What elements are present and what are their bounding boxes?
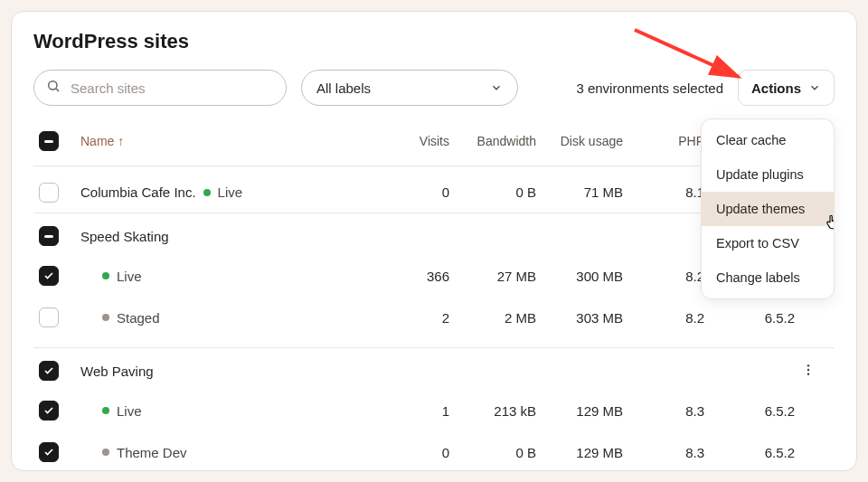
status-dot-live bbox=[203, 189, 211, 196]
action-export-csv[interactable]: Export to CSV bbox=[702, 226, 834, 260]
search-icon bbox=[46, 79, 61, 97]
site-name-cell: Web Paving bbox=[80, 364, 379, 379]
svg-point-0 bbox=[49, 81, 57, 90]
site-group: Web Paving Live 1 213 kB 129 MB 8.3 bbox=[33, 348, 835, 482]
action-update-plugins[interactable]: Update plugins bbox=[702, 157, 834, 192]
col-php[interactable]: PHP bbox=[623, 134, 704, 148]
row-checkbox[interactable] bbox=[33, 226, 80, 246]
chevron-down-icon bbox=[808, 81, 821, 94]
status-dot-live bbox=[102, 272, 109, 279]
action-change-labels[interactable]: Change labels bbox=[702, 260, 834, 295]
svg-line-1 bbox=[56, 89, 59, 91]
site-name-cell: Speed Skating bbox=[80, 229, 379, 244]
env-row[interactable]: Staged 2 2 MB 303 MB 8.2 6.5.2 bbox=[33, 297, 835, 338]
row-checkbox[interactable] bbox=[33, 266, 80, 286]
visits-cell: 0 bbox=[379, 184, 449, 200]
disk-cell: 71 MB bbox=[536, 184, 623, 200]
row-checkbox[interactable] bbox=[33, 307, 80, 327]
col-disk[interactable]: Disk usage bbox=[536, 134, 623, 148]
col-visits[interactable]: Visits bbox=[379, 134, 449, 148]
chevron-down-icon bbox=[490, 81, 503, 94]
more-menu-icon[interactable] bbox=[795, 363, 822, 380]
action-update-themes[interactable]: Update themes bbox=[702, 192, 834, 226]
action-clear-cache[interactable]: Clear cache bbox=[702, 123, 834, 157]
select-all-checkbox[interactable] bbox=[33, 131, 80, 151]
row-checkbox[interactable] bbox=[33, 442, 80, 462]
sort-asc-icon: ↑ bbox=[118, 134, 124, 148]
cursor-pointer-icon bbox=[825, 213, 835, 233]
status-dot-staged bbox=[102, 314, 109, 321]
svg-point-3 bbox=[807, 368, 809, 370]
actions-button[interactable]: Actions bbox=[738, 70, 835, 106]
php-cell: 8.1 bbox=[623, 184, 704, 200]
toolbar: All labels 3 environments selected Actio… bbox=[33, 70, 835, 106]
search-input[interactable] bbox=[33, 70, 287, 106]
status-dot-dev bbox=[102, 449, 109, 456]
svg-point-4 bbox=[807, 373, 809, 374]
search-wrapper bbox=[33, 70, 287, 106]
col-name[interactable]: Name ↑ bbox=[80, 134, 379, 148]
sites-panel: WordPress sites All labels 3 environment… bbox=[11, 11, 857, 471]
bandwidth-cell: 0 B bbox=[449, 184, 536, 200]
env-row[interactable]: Theme Dev 0 0 B 129 MB 8.3 6.5.2 bbox=[33, 431, 835, 473]
row-checkbox[interactable] bbox=[33, 183, 80, 203]
site-name-cell: Columbia Cafe Inc. Live bbox=[80, 184, 379, 200]
selection-status: 3 environments selected bbox=[576, 80, 723, 96]
actions-button-label: Actions bbox=[751, 80, 801, 96]
labels-filter[interactable]: All labels bbox=[301, 70, 518, 106]
row-checkbox[interactable] bbox=[33, 361, 80, 381]
group-header-row[interactable]: Web Paving bbox=[33, 352, 835, 390]
page-title: WordPress sites bbox=[33, 30, 835, 53]
env-row[interactable]: Live 1 213 kB 129 MB 8.3 6.5.2 bbox=[33, 390, 835, 431]
status-dot-live bbox=[102, 407, 109, 414]
labels-filter-label: All labels bbox=[316, 80, 371, 96]
svg-point-2 bbox=[807, 364, 809, 366]
actions-menu: Clear cache Update plugins Update themes… bbox=[701, 118, 835, 299]
row-checkbox[interactable] bbox=[33, 401, 80, 421]
col-bandwidth[interactable]: Bandwidth bbox=[449, 134, 536, 148]
